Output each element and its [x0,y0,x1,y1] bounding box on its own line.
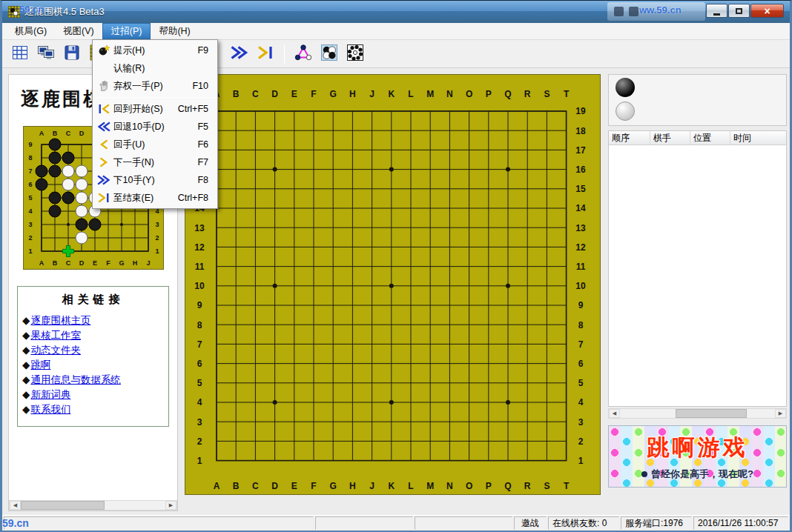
status-message [4,516,314,530]
diamond-bullet-icon: ◆ [22,404,30,415]
svg-text:5: 5 [28,194,32,202]
menu-item-go-to-end[interactable]: 至结束(E)Ctrl+F8 [94,189,216,207]
svg-text:G: G [330,481,337,491]
moves-column-header[interactable]: 棋手 [650,131,690,144]
main-goban[interactable]: AABBCCDDEEFFGGHHJJKKLLMMNNOOPPQQRRSSTT11… [185,74,601,496]
svg-text:S: S [544,481,550,491]
menu-item-go-to-start[interactable]: 回到开始(S)Ctrl+F5 [94,100,216,118]
moves-column-header[interactable]: 顺序 [609,131,650,144]
menu-item-label: 回到开始(S) [113,103,173,116]
scrollbar-thumb[interactable] [21,501,105,510]
maximize-icon [736,8,742,14]
svg-text:11: 11 [576,262,586,272]
pattern-icon [346,44,364,64]
go-to-end-button[interactable] [254,42,277,66]
moves-column-header[interactable]: 时间 [730,131,786,144]
scroll-right-button[interactable]: ▶ [775,409,786,418]
svg-text:G: G [330,89,337,99]
svg-text:1: 1 [155,247,159,255]
scrollbar-track[interactable] [21,501,165,510]
svg-text:L: L [408,89,413,99]
network-play-button[interactable] [34,42,58,66]
save-button[interactable] [60,42,84,66]
black-stone-indicator [616,78,635,97]
related-links-box: 相关链接 ◆逐鹿围棋主页◆果核工作室◆动态文件夹◆跳啊◆通用信息与数据系统◆新新… [17,286,169,427]
stones-group-button[interactable] [317,42,341,66]
menu-item-pass[interactable]: 弃权一手(P)F10 [94,77,216,95]
svg-text:10: 10 [575,281,586,291]
nav-end-icon [94,191,113,205]
related-link[interactable]: 果核工作室 [30,330,81,341]
sidebar-hscrollbar[interactable]: ◀ ▶ [9,500,177,511]
online-players-count: 在线棋友数: 0 [548,516,619,530]
svg-text:C: C [252,89,259,99]
analysis-network-button[interactable] [291,42,315,66]
scrollbar-thumb[interactable] [676,409,747,418]
related-link[interactable]: 跳啊 [30,359,50,370]
svg-text:8: 8 [197,320,202,330]
related-link[interactable]: 通用信息与数据系统 [30,374,121,385]
svg-text:C: C [65,259,70,267]
svg-text:1: 1 [197,456,202,466]
desktop-icon [614,7,624,16]
svg-text:10: 10 [194,281,205,291]
related-link[interactable]: 逐鹿围棋主页 [30,315,90,326]
nav-start-icon [94,102,113,116]
menu-game[interactable]: 棋局(G) [7,23,55,39]
maximize-button[interactable] [728,4,750,18]
menu-item-resign[interactable]: 认输(R) [94,59,216,77]
menubar: 棋局(G)视图(V)过招(P)帮助(H) [2,23,790,40]
invite-battle[interactable]: 邀战 [514,516,547,530]
scrollbar-track[interactable] [620,409,775,418]
stones-icon [320,44,338,64]
close-button[interactable]: × [750,4,784,18]
menu-item-back-1[interactable]: 回手(U)F6 [94,136,216,153]
scroll-right-button[interactable]: ▶ [165,501,176,510]
moves-column-header[interactable]: 位置 [690,131,730,144]
diamond-bullet-icon: ◆ [22,389,30,400]
svg-text:N: N [446,481,453,491]
ad-banner[interactable]: 跳啊游戏 曾经你是高手，现在呢? [608,425,787,488]
window-controls: × [706,4,784,18]
menu-item-next-1[interactable]: 下一手(N)F7 [94,153,216,171]
related-link-item: ◆通用信息与数据系统 [22,373,164,388]
minimize-button[interactable] [706,4,727,18]
svg-text:H: H [132,259,137,267]
svg-text:B: B [52,259,57,267]
svg-text:D: D [271,89,278,99]
pattern-problem-button[interactable] [343,42,367,66]
diamond-bullet-icon: ◆ [22,359,30,370]
server-port: 服务端口:1976 [621,516,692,530]
svg-text:13: 13 [194,223,205,233]
svg-text:5: 5 [197,378,202,388]
svg-text:9: 9 [197,300,202,310]
menu-view[interactable]: 视图(V) [55,23,102,39]
svg-text:8: 8 [28,154,32,162]
forward-10-moves-button[interactable] [228,42,251,66]
moves-table-hscrollbar[interactable]: ◀ ▶ [608,408,787,419]
svg-text:T: T [564,89,570,99]
menu-moves[interactable]: 过招(P) [102,23,151,39]
menu-item-next-10[interactable]: 下10手(Y)F8 [94,171,216,189]
board-setup-button[interactable] [8,42,32,66]
svg-text:3: 3 [28,221,32,228]
screen: 逐鹿围棋4.5 Beta3 × 棋局(G)视图(V)过招(P)帮助(H) 逐鹿围… [0,0,792,532]
svg-text:O: O [466,89,472,99]
svg-text:B: B [52,130,57,137]
related-link[interactable]: 新新词典 [30,389,70,400]
app-icon [8,6,20,18]
menu-item-hint[interactable]: 提示(H)F9 [94,41,216,59]
moves-table-body[interactable] [609,145,786,406]
related-link[interactable]: 动态文件夹 [30,345,81,356]
svg-text:7: 7 [197,339,202,350]
menu-help[interactable]: 帮助(H) [151,23,198,39]
statusbar: 邀战在线棋友数: 0服务端口:19762016/11/26 11:00:57 [2,515,790,531]
scroll-left-button[interactable]: ◀ [609,409,620,418]
related-link[interactable]: 联系我们 [30,404,70,415]
watermark: ww.59.cn [639,4,682,16]
menu-item-back-10[interactable]: 回退10手(D)F5 [94,118,216,136]
menu-item-shortcut: F5 [173,122,216,132]
scroll-left-button[interactable]: ◀ [10,501,21,510]
diamond-bullet-icon: ◆ [22,315,30,326]
ad-bullet-icon [641,471,647,477]
